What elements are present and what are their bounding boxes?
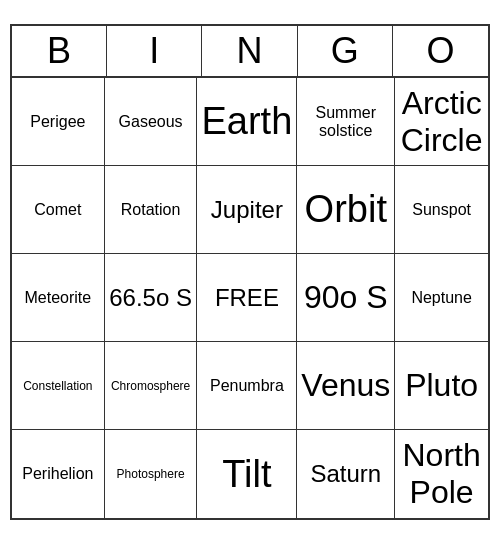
- bingo-cell-text-13: 90o S: [304, 279, 388, 316]
- bingo-cell-8: Orbit: [297, 166, 395, 254]
- bingo-cell-text-4: Arctic Circle: [399, 85, 484, 159]
- bingo-cell-text-10: Meteorite: [25, 289, 92, 307]
- header-letter-B: B: [12, 26, 107, 76]
- bingo-cell-11: 66.5o S: [105, 254, 198, 342]
- bingo-cell-20: Perihelion: [12, 430, 105, 518]
- bingo-cell-text-23: Saturn: [310, 460, 381, 488]
- bingo-cell-7: Jupiter: [197, 166, 297, 254]
- bingo-cell-2: Earth: [197, 78, 297, 166]
- bingo-cell-text-22: Tilt: [222, 453, 271, 496]
- bingo-cell-6: Rotation: [105, 166, 198, 254]
- bingo-cell-text-5: Comet: [34, 201, 81, 219]
- bingo-cell-text-2: Earth: [201, 100, 292, 143]
- bingo-cell-text-20: Perihelion: [22, 465, 93, 483]
- bingo-grid: PerigeeGaseousEarthSummer solsticeArctic…: [12, 78, 488, 518]
- header-letter-N: N: [202, 26, 297, 76]
- bingo-cell-21: Photosphere: [105, 430, 198, 518]
- bingo-cell-4: Arctic Circle: [395, 78, 488, 166]
- bingo-cell-14: Neptune: [395, 254, 488, 342]
- bingo-cell-18: Venus: [297, 342, 395, 430]
- bingo-header: BINGO: [12, 26, 488, 78]
- bingo-cell-12: FREE: [197, 254, 297, 342]
- bingo-cell-9: Sunspot: [395, 166, 488, 254]
- bingo-cell-text-16: Chromosphere: [111, 379, 190, 393]
- bingo-cell-text-14: Neptune: [411, 289, 472, 307]
- bingo-cell-text-7: Jupiter: [211, 196, 283, 224]
- bingo-cell-text-12: FREE: [215, 284, 279, 312]
- bingo-cell-23: Saturn: [297, 430, 395, 518]
- bingo-cell-text-15: Constellation: [23, 379, 92, 393]
- bingo-cell-text-3: Summer solstice: [301, 104, 390, 140]
- bingo-cell-1: Gaseous: [105, 78, 198, 166]
- bingo-cell-3: Summer solstice: [297, 78, 395, 166]
- header-letter-I: I: [107, 26, 202, 76]
- bingo-cell-5: Comet: [12, 166, 105, 254]
- bingo-cell-19: Pluto: [395, 342, 488, 430]
- bingo-cell-15: Constellation: [12, 342, 105, 430]
- bingo-cell-text-21: Photosphere: [117, 467, 185, 481]
- bingo-cell-24: North Pole: [395, 430, 488, 518]
- bingo-cell-text-6: Rotation: [121, 201, 181, 219]
- bingo-cell-text-18: Venus: [301, 367, 390, 404]
- bingo-cell-13: 90o S: [297, 254, 395, 342]
- bingo-cell-10: Meteorite: [12, 254, 105, 342]
- bingo-cell-0: Perigee: [12, 78, 105, 166]
- bingo-card: BINGO PerigeeGaseousEarthSummer solstice…: [10, 24, 490, 520]
- bingo-cell-text-0: Perigee: [30, 113, 85, 131]
- bingo-cell-22: Tilt: [197, 430, 297, 518]
- bingo-cell-text-9: Sunspot: [412, 201, 471, 219]
- bingo-cell-text-24: North Pole: [399, 437, 484, 511]
- header-letter-O: O: [393, 26, 488, 76]
- bingo-cell-16: Chromosphere: [105, 342, 198, 430]
- bingo-cell-text-17: Penumbra: [210, 377, 284, 395]
- header-letter-G: G: [298, 26, 393, 76]
- bingo-cell-text-1: Gaseous: [119, 113, 183, 131]
- bingo-cell-text-8: Orbit: [305, 188, 387, 231]
- bingo-cell-text-11: 66.5o S: [109, 284, 192, 312]
- bingo-cell-17: Penumbra: [197, 342, 297, 430]
- bingo-cell-text-19: Pluto: [405, 367, 478, 404]
